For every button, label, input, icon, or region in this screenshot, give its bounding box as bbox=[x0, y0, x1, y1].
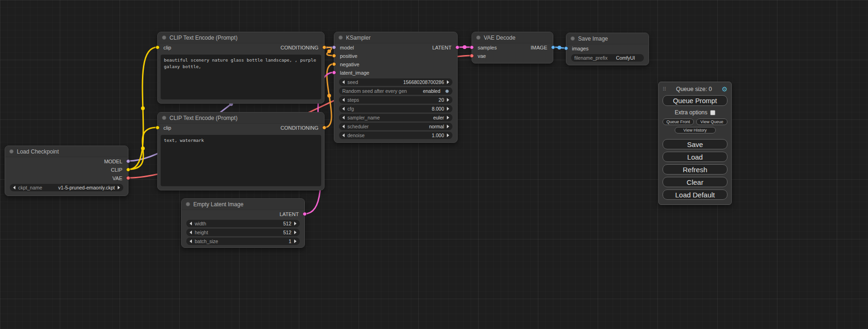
arrow-right-icon[interactable] bbox=[447, 116, 449, 119]
widget-label: sampler_name bbox=[347, 115, 380, 120]
extra-options-checkbox[interactable] bbox=[710, 110, 715, 115]
load-default-button[interactable]: Load Default bbox=[663, 189, 727, 200]
input-port-samples[interactable] bbox=[470, 45, 474, 49]
prompt-textarea[interactable]: text, watermark bbox=[161, 135, 321, 186]
widget-cfg[interactable]: cfg 8.000 bbox=[339, 105, 452, 112]
collapse-dot-icon[interactable] bbox=[476, 35, 480, 40]
clear-button[interactable]: Clear bbox=[663, 177, 727, 187]
widget-ckpt-name[interactable]: ckpt_name v1-5-pruned-emaonly.ckpt bbox=[10, 184, 123, 191]
arrow-left-icon[interactable] bbox=[190, 231, 192, 234]
input-label: clip bbox=[163, 125, 171, 131]
arrow-right-icon[interactable] bbox=[447, 107, 449, 111]
arrow-right-icon[interactable] bbox=[447, 98, 449, 102]
widget-height[interactable]: height 512 bbox=[186, 229, 300, 236]
node-header[interactable]: CLIP Text Encode (Prompt) bbox=[158, 32, 324, 43]
refresh-button[interactable]: Refresh bbox=[663, 164, 727, 175]
wire-clip-positive[interactable] bbox=[128, 47, 157, 169]
arrow-left-icon[interactable] bbox=[190, 239, 192, 243]
node-title: Load Checkpoint bbox=[17, 148, 59, 155]
input-label: positive bbox=[340, 53, 357, 59]
queue-buttons-row: Queue Front View Queue bbox=[663, 119, 727, 125]
output-port-latent[interactable] bbox=[303, 212, 307, 216]
node-graph-canvas[interactable]: Load Checkpoint MODEL CLIP VAE ckpt_name… bbox=[0, 0, 868, 329]
collapse-dot-icon[interactable] bbox=[571, 36, 575, 41]
output-label: VAE bbox=[113, 175, 122, 181]
input-port-latent-image[interactable] bbox=[332, 70, 336, 75]
node-empty-latent-image[interactable]: Empty Latent Image LATENT width 512 heig… bbox=[181, 198, 305, 248]
output-port-conditioning[interactable] bbox=[322, 45, 326, 49]
widget-label: cfg bbox=[347, 106, 354, 112]
input-port-positive[interactable] bbox=[332, 54, 336, 58]
input-port-clip[interactable] bbox=[155, 45, 160, 49]
output-port-latent[interactable] bbox=[455, 45, 459, 49]
widget-scheduler[interactable]: scheduler normal bbox=[339, 123, 452, 130]
node-header[interactable]: VAE Decode bbox=[472, 32, 553, 43]
arrow-right-icon[interactable] bbox=[294, 222, 296, 225]
node-header[interactable]: Empty Latent Image bbox=[182, 199, 304, 210]
arrow-right-icon[interactable] bbox=[447, 133, 449, 137]
input-label: latent_image bbox=[340, 70, 369, 76]
load-button[interactable]: Load bbox=[663, 152, 727, 162]
collapse-dot-icon[interactable] bbox=[186, 202, 190, 206]
widget-value: euler bbox=[433, 115, 444, 120]
output-port-model[interactable] bbox=[126, 159, 130, 163]
node-load-checkpoint[interactable]: Load Checkpoint MODEL CLIP VAE ckpt_name… bbox=[5, 146, 128, 196]
queue-size-label: Queue size: 0 bbox=[666, 86, 721, 92]
input-port-negative[interactable] bbox=[332, 62, 336, 66]
widget-seed[interactable]: seed 156680208700286 bbox=[339, 78, 452, 86]
collapse-dot-icon[interactable] bbox=[339, 35, 343, 40]
queue-prompt-button[interactable]: Queue Prompt bbox=[663, 95, 727, 106]
node-vae-decode[interactable]: VAE Decode samples IMAGE vae bbox=[472, 32, 553, 63]
node-save-image[interactable]: Save Image images filename_prefix ComfyU… bbox=[566, 33, 649, 65]
output-port-conditioning[interactable] bbox=[322, 126, 326, 130]
widget-sampler-name[interactable]: sampler_name euler bbox=[339, 114, 452, 121]
widget-steps[interactable]: steps 20 bbox=[339, 96, 452, 104]
output-port-vae[interactable] bbox=[126, 176, 130, 180]
collapse-dot-icon[interactable] bbox=[162, 35, 166, 40]
widget-batch-size[interactable]: batch_size 1 bbox=[186, 238, 300, 245]
output-port-image[interactable] bbox=[551, 45, 555, 49]
widget-denoise[interactable]: denoise 1.000 bbox=[339, 132, 452, 139]
wire-clip-negative[interactable] bbox=[128, 127, 157, 169]
prompt-textarea[interactable]: beautiful scenery nature glass bottle la… bbox=[161, 55, 321, 99]
arrow-right-icon[interactable] bbox=[118, 186, 120, 189]
arrow-left-icon[interactable] bbox=[342, 98, 345, 102]
input-port-model[interactable] bbox=[332, 45, 336, 49]
collapse-dot-icon[interactable] bbox=[162, 116, 166, 120]
widget-width[interactable]: width 512 bbox=[186, 220, 300, 227]
node-header[interactable]: CLIP Text Encode (Prompt) bbox=[158, 112, 324, 124]
node-clip-text-encode-negative[interactable]: CLIP Text Encode (Prompt) clip CONDITION… bbox=[157, 112, 325, 190]
arrow-left-icon[interactable] bbox=[13, 186, 15, 189]
node-header[interactable]: KSampler bbox=[334, 32, 457, 43]
node-ksampler[interactable]: KSampler model LATENT positive negative … bbox=[334, 32, 458, 143]
node-clip-text-encode-positive[interactable]: CLIP Text Encode (Prompt) clip CONDITION… bbox=[157, 32, 325, 104]
view-history-button[interactable]: View History bbox=[675, 127, 716, 133]
arrow-right-icon[interactable] bbox=[294, 231, 296, 234]
collapse-dot-icon[interactable] bbox=[9, 149, 14, 154]
arrow-left-icon[interactable] bbox=[190, 222, 192, 225]
arrow-left-icon[interactable] bbox=[342, 107, 345, 111]
arrow-left-icon[interactable] bbox=[342, 133, 345, 137]
input-port-vae[interactable] bbox=[470, 54, 474, 58]
settings-gear-icon[interactable]: ⚙ bbox=[721, 86, 727, 92]
arrow-left-icon[interactable] bbox=[342, 116, 345, 119]
arrow-left-icon[interactable] bbox=[342, 125, 345, 128]
arrow-right-icon[interactable] bbox=[447, 80, 449, 84]
drag-handle-icon[interactable]: ⠿ bbox=[663, 86, 666, 92]
input-port-images[interactable] bbox=[564, 46, 568, 50]
widget-random-seed-toggle[interactable]: Random seed after every gen enabled bbox=[339, 87, 452, 95]
output-port-clip[interactable] bbox=[126, 168, 130, 172]
view-queue-button[interactable]: View Queue bbox=[696, 119, 727, 125]
arrow-left-icon[interactable] bbox=[342, 80, 345, 84]
arrow-right-icon[interactable] bbox=[447, 125, 449, 128]
input-port-clip[interactable] bbox=[155, 126, 160, 130]
node-header[interactable]: Load Checkpoint bbox=[5, 146, 128, 157]
toggle-indicator-icon[interactable] bbox=[445, 89, 449, 93]
arrow-right-icon[interactable] bbox=[294, 239, 296, 243]
node-header[interactable]: Save Image bbox=[566, 33, 649, 44]
queue-front-button[interactable]: Queue Front bbox=[663, 119, 694, 125]
widget-filename-prefix[interactable]: filename_prefix ComfyUI bbox=[571, 54, 644, 62]
node-title: CLIP Text Encode (Prompt) bbox=[169, 35, 238, 41]
widget-value: v1-5-pruned-emaonly.ckpt bbox=[58, 185, 115, 190]
save-button[interactable]: Save bbox=[663, 139, 727, 149]
